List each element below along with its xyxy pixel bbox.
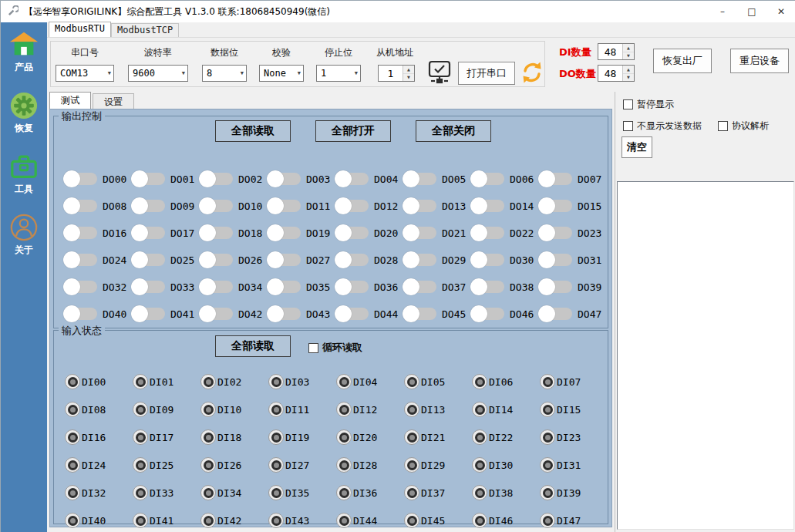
arrow-down-icon[interactable]: ▼	[623, 74, 634, 82]
di-indicator[interactable]	[268, 374, 284, 389]
close-all-outputs-button[interactable]: 全部关闭	[416, 120, 491, 142]
di-indicator[interactable]	[540, 513, 555, 528]
tab-modbus-tcp[interactable]: ModbustTCP	[111, 23, 179, 37]
arrow-up-icon[interactable]: ▲	[623, 66, 634, 74]
tab-settings[interactable]: 设置	[93, 93, 134, 109]
arrow-down-icon[interactable]: ▼	[403, 74, 414, 82]
do-toggle-switch[interactable]	[65, 200, 97, 212]
di-indicator[interactable]	[133, 457, 148, 473]
di-indicator[interactable]	[336, 485, 352, 500]
data-bits-select[interactable]: 8 ▼	[202, 65, 247, 82]
do-toggle-switch[interactable]	[65, 254, 97, 266]
di-indicator[interactable]	[336, 429, 352, 445]
do-toggle-switch[interactable]	[268, 227, 301, 239]
di-indicator[interactable]	[404, 513, 419, 528]
arrow-down-icon[interactable]: ▼	[623, 52, 634, 60]
do-toggle-switch[interactable]	[200, 281, 233, 293]
do-toggle-switch[interactable]	[336, 308, 369, 320]
di-indicator[interactable]	[200, 374, 216, 389]
log-output-area[interactable]	[617, 181, 794, 530]
di-indicator[interactable]	[472, 513, 487, 528]
do-toggle-switch[interactable]	[404, 173, 436, 185]
di-indicator[interactable]	[200, 429, 216, 445]
read-all-outputs-button[interactable]: 全部读取	[215, 120, 291, 142]
di-indicator[interactable]	[268, 429, 284, 445]
loop-read-checkbox[interactable]	[308, 343, 318, 353]
pause-display-checkbox[interactable]	[623, 99, 633, 109]
di-indicator[interactable]	[540, 402, 555, 417]
do-toggle-switch[interactable]	[540, 200, 572, 212]
do-toggle-switch[interactable]	[540, 227, 572, 239]
stepper-arrows[interactable]: ▲▼	[403, 66, 414, 81]
di-indicator[interactable]	[200, 485, 216, 500]
di-indicator[interactable]	[200, 513, 216, 528]
di-indicator[interactable]	[472, 457, 487, 473]
minimize-icon[interactable]: –	[708, 1, 737, 22]
di-indicator[interactable]	[133, 374, 148, 389]
di-indicator[interactable]	[133, 513, 148, 528]
maximize-icon[interactable]: □	[737, 1, 766, 22]
di-indicator[interactable]	[540, 374, 555, 389]
sidebar-item-restore[interactable]: 恢复	[1, 91, 47, 135]
do-toggle-switch[interactable]	[404, 281, 436, 293]
do-toggle-switch[interactable]	[268, 281, 301, 293]
do-toggle-switch[interactable]	[133, 200, 165, 212]
do-toggle-switch[interactable]	[65, 227, 97, 239]
do-toggle-switch[interactable]	[472, 227, 504, 239]
do-toggle-switch[interactable]	[472, 173, 504, 185]
stepper-arrows[interactable]: ▲▼	[622, 66, 634, 81]
di-indicator[interactable]	[336, 457, 352, 473]
di-indicator[interactable]	[200, 402, 216, 417]
di-indicator[interactable]	[268, 402, 284, 417]
di-indicator[interactable]	[268, 485, 284, 500]
refresh-sync-icon[interactable]	[520, 60, 544, 88]
di-indicator[interactable]	[65, 485, 80, 500]
di-indicator[interactable]	[404, 374, 419, 389]
do-toggle-switch[interactable]	[268, 200, 301, 212]
di-indicator[interactable]	[200, 457, 216, 473]
clear-log-button[interactable]: 清空	[622, 136, 652, 158]
do-count-stepper[interactable]: 48 ▲▼	[598, 65, 635, 82]
do-toggle-switch[interactable]	[200, 173, 233, 185]
do-toggle-switch[interactable]	[472, 254, 504, 266]
do-toggle-switch[interactable]	[404, 227, 436, 239]
di-indicator[interactable]	[472, 429, 487, 445]
stepper-arrows[interactable]: ▲▼	[622, 44, 634, 59]
parity-select[interactable]: None ▼	[259, 65, 304, 82]
di-indicator[interactable]	[472, 374, 487, 389]
open-all-outputs-button[interactable]: 全部打开	[315, 120, 391, 142]
di-indicator[interactable]	[268, 513, 284, 528]
do-toggle-switch[interactable]	[200, 227, 233, 239]
do-toggle-switch[interactable]	[336, 227, 369, 239]
di-indicator[interactable]	[404, 402, 419, 417]
do-toggle-switch[interactable]	[133, 254, 165, 266]
di-indicator[interactable]	[336, 513, 352, 528]
di-indicator[interactable]	[336, 402, 352, 417]
do-toggle-switch[interactable]	[472, 200, 504, 212]
di-indicator[interactable]	[133, 485, 148, 500]
do-toggle-switch[interactable]	[404, 254, 436, 266]
do-toggle-switch[interactable]	[336, 281, 369, 293]
do-toggle-switch[interactable]	[336, 200, 369, 212]
stop-bits-select[interactable]: 1 ▼	[316, 65, 361, 82]
do-toggle-switch[interactable]	[268, 308, 301, 320]
di-indicator[interactable]	[540, 457, 555, 473]
do-toggle-switch[interactable]	[133, 308, 165, 320]
do-toggle-switch[interactable]	[268, 254, 301, 266]
sidebar-item-products[interactable]: 产品	[1, 30, 47, 74]
do-toggle-switch[interactable]	[200, 308, 233, 320]
do-toggle-switch[interactable]	[133, 227, 165, 239]
do-toggle-switch[interactable]	[65, 308, 97, 320]
close-icon[interactable]: ✕	[766, 1, 795, 22]
do-toggle-switch[interactable]	[540, 281, 572, 293]
di-indicator[interactable]	[65, 374, 80, 389]
factory-reset-button[interactable]: 恢复出厂	[653, 49, 712, 73]
do-toggle-switch[interactable]	[133, 281, 165, 293]
di-indicator[interactable]	[268, 457, 284, 473]
protocol-parse-checkbox[interactable]	[718, 121, 728, 131]
do-toggle-switch[interactable]	[65, 281, 97, 293]
slave-address-stepper[interactable]: 1 ▲▼	[378, 65, 415, 82]
do-toggle-switch[interactable]	[472, 308, 504, 320]
di-indicator[interactable]	[65, 513, 80, 528]
do-toggle-switch[interactable]	[133, 173, 165, 185]
